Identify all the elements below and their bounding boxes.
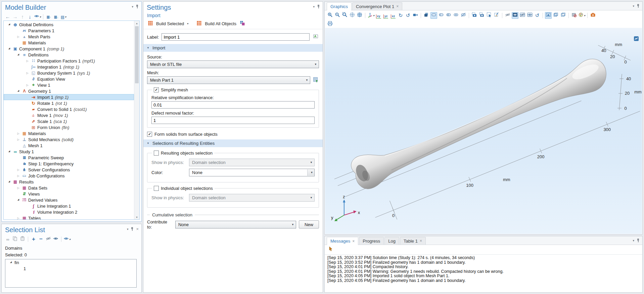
- tree-item[interactable]: ⊕ Global Definitions: [4, 22, 134, 28]
- panel-menu-icon[interactable]: ▾: [633, 4, 634, 8]
- toolbar-button[interactable]: [478, 12, 485, 19]
- toolbar-button[interactable]: yz: [382, 12, 389, 19]
- selections-section-header[interactable]: ▼ Selections of Resulting Entities: [143, 139, 323, 147]
- tree-item[interactable]: 8.85 e-12 Derived Values: [4, 197, 134, 203]
- tree-item[interactable]: ⇵ Views: [4, 191, 134, 197]
- tree-item[interactable]: ▣ Component 1 (comp 1): [4, 46, 134, 52]
- source-dropdown[interactable]: Mesh or STL file ▼: [147, 60, 319, 68]
- toolbar-button[interactable]: ▤▾: [60, 13, 67, 20]
- messages-tab[interactable]: Table 1×: [400, 237, 426, 245]
- toolbar-button[interactable]: ↓: [27, 13, 33, 20]
- scroll-up-icon[interactable]: ▲: [134, 21, 139, 26]
- import-section-header[interactable]: ▼ Import: [143, 44, 323, 52]
- expand-arrow-icon[interactable]: [6, 150, 12, 153]
- toolbar-button[interactable]: xy: [375, 12, 382, 19]
- toolbar-button[interactable]: ≣↑: [45, 13, 52, 20]
- tree-item[interactable]: ↻ Rotate 1 (rot 1): [4, 100, 134, 106]
- toolbar-button[interactable]: [327, 246, 334, 253]
- messages-tab[interactable]: Log: [384, 237, 399, 245]
- pin-icon[interactable]: [136, 4, 139, 9]
- build-all-button[interactable]: [196, 20, 202, 27]
- expand-arrow-icon[interactable]: [25, 84, 30, 87]
- toolbar-button[interactable]: [438, 12, 445, 19]
- expand-arrow-icon[interactable]: [25, 72, 30, 75]
- color-dropdown[interactable]: None ▼: [189, 169, 315, 176]
- scroll-down-icon[interactable]: ▼: [134, 215, 139, 219]
- simplify-mesh-checkbox[interactable]: [154, 87, 159, 92]
- toolbar-button[interactable]: [545, 12, 552, 19]
- tree-item[interactable]: ⌖ View 1: [4, 82, 134, 88]
- messages-tab[interactable]: Progress: [359, 237, 384, 245]
- toolbar-button[interactable]: [504, 12, 511, 19]
- tree-item[interactable]: ⊥ Solid Mechanics (solid): [4, 136, 134, 142]
- tree-item[interactable]: ∷ Participation Factors 1 (mpf1): [4, 58, 134, 64]
- toolbar-button[interactable]: [471, 12, 478, 19]
- defect-removal-input[interactable]: [151, 117, 315, 124]
- rename-button[interactable]: [312, 34, 319, 40]
- go-to-mesh-part-button[interactable]: [312, 77, 319, 84]
- toolbar-button[interactable]: →: [12, 13, 18, 20]
- tree-item[interactable]: Move 1 (mov 1): [4, 112, 134, 118]
- toolbar-button[interactable]: [519, 12, 526, 19]
- toolbar-button[interactable]: [327, 12, 333, 19]
- tree-item[interactable]: Pi Parameters 1: [4, 28, 134, 34]
- dropdown-caret-icon[interactable]: ▾: [187, 22, 188, 25]
- close-tab-icon[interactable]: ×: [396, 4, 399, 9]
- toolbar-button[interactable]: [493, 12, 500, 19]
- build-all-label[interactable]: Build All Objects: [205, 21, 236, 26]
- toolbar-button[interactable]: +: [30, 236, 37, 243]
- toolbar-button[interactable]: ▾: [63, 236, 71, 243]
- tree-item[interactable]: ◬ Mesh 1: [4, 142, 134, 149]
- tree-item[interactable]: ∫du Integration 1 (intop 1): [4, 64, 134, 70]
- tree-item[interactable]: ⇗ Scale 1 (sca 1): [4, 118, 134, 124]
- toolbar-button[interactable]: [571, 12, 578, 19]
- panel-menu-icon[interactable]: ▾: [313, 5, 315, 8]
- build-selected-button[interactable]: [147, 20, 154, 27]
- toolbar-button[interactable]: ↺: [534, 12, 541, 19]
- expand-arrow-icon[interactable]: [15, 217, 21, 220]
- tree-item[interactable]: ▩ Results: [4, 179, 134, 185]
- tree-item[interactable]: ▲ Mesh Parts: [4, 34, 134, 40]
- toolbar-button[interactable]: [552, 12, 559, 19]
- toolbar-button[interactable]: [430, 12, 437, 19]
- expand-arrow-icon[interactable]: [15, 53, 21, 56]
- tree-item[interactable]: ≡ Definitions: [4, 52, 134, 58]
- bone-model[interactable]: [348, 54, 613, 192]
- toolbar-button[interactable]: [12, 236, 18, 243]
- toolbar-button[interactable]: [349, 12, 356, 19]
- close-tab-icon[interactable]: ×: [352, 239, 355, 244]
- expand-arrow-icon[interactable]: [6, 23, 12, 26]
- tree-item[interactable]: ▦ Materials: [4, 40, 134, 46]
- mesh-dropdown[interactable]: Mesh Part 1 ▼: [147, 76, 310, 84]
- relative-tolerance-input[interactable]: [151, 101, 315, 109]
- selection-item[interactable]: 1: [5, 265, 136, 271]
- toolbar-button[interactable]: [356, 12, 363, 19]
- panel-menu-icon[interactable]: ▾: [633, 239, 634, 242]
- tree-item[interactable]: ⇥ Import 1 (imp 1): [4, 94, 134, 100]
- toolbar-button[interactable]: [52, 236, 59, 243]
- messages-tab[interactable]: Messages×: [327, 237, 358, 245]
- toolbar-button[interactable]: −: [38, 236, 44, 243]
- expand-arrow-icon[interactable]: [15, 35, 21, 38]
- expand-arrow-icon[interactable]: [25, 59, 30, 62]
- toolbar-button[interactable]: [460, 12, 467, 19]
- selection-item[interactable]: fin: [5, 259, 136, 265]
- individual-objects-checkbox[interactable]: [154, 186, 159, 191]
- toolbar-button[interactable]: ↑: [19, 13, 26, 20]
- close-tab-icon[interactable]: ×: [420, 239, 422, 243]
- tree-item[interactable]: ▦ Tables: [4, 215, 134, 220]
- expand-arrow-icon[interactable]: [15, 90, 21, 92]
- expand-arrow-icon[interactable]: [6, 180, 12, 183]
- resulting-objects-checkbox[interactable]: [154, 151, 159, 156]
- tree-item[interactable]: ▭ Job Configurations: [4, 173, 134, 179]
- expand-arrow-icon[interactable]: [15, 174, 21, 177]
- toolbar-button[interactable]: ↻: [397, 12, 404, 19]
- close-panel-icon[interactable]: ×: [136, 227, 139, 231]
- build-selected-label[interactable]: Build Selected: [156, 21, 184, 26]
- pin-icon[interactable]: [131, 227, 134, 231]
- tree-item[interactable]: ≣ Parametric Sweep: [4, 155, 134, 161]
- expand-arrow-icon[interactable]: [15, 168, 21, 171]
- toolbar-button[interactable]: [445, 12, 452, 19]
- toolbar-button[interactable]: ↺: [405, 12, 411, 19]
- toolbar-button[interactable]: ▾: [578, 12, 585, 19]
